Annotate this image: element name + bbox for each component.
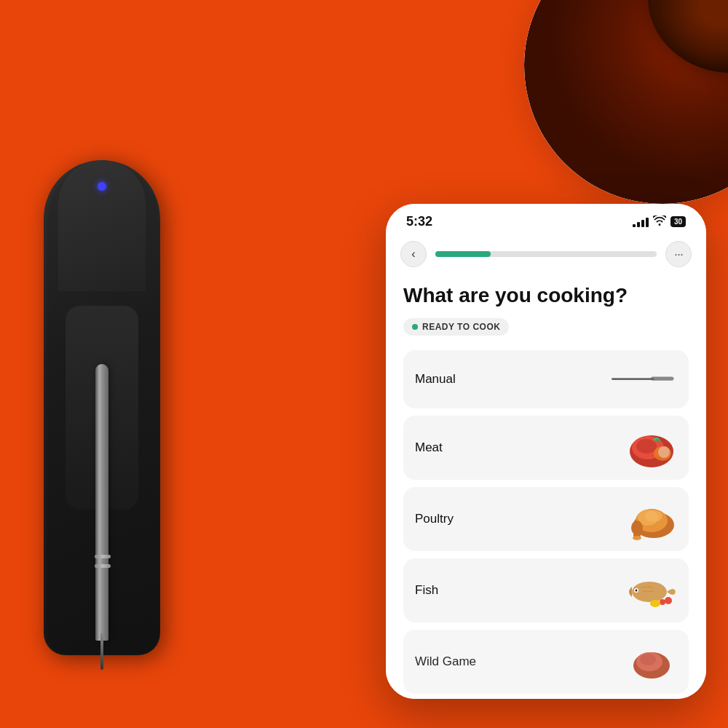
status-text: READY TO COOK — [422, 322, 500, 332]
status-dot — [412, 324, 418, 330]
app-content: What are you cooking? READY TO COOK Manu… — [386, 276, 706, 699]
svg-point-18 — [665, 597, 672, 604]
wildgame-image — [626, 640, 677, 684]
plate — [524, 0, 728, 204]
page-title: What are you cooking? — [403, 283, 689, 308]
steak-image — [648, 0, 728, 73]
signal-bar-3 — [641, 220, 644, 227]
probe-band — [95, 564, 111, 568]
svg-rect-0 — [651, 376, 674, 380]
wifi-icon — [653, 215, 666, 229]
food-item-label: Poultry — [415, 512, 454, 526]
more-button[interactable]: ··· — [665, 241, 692, 267]
status-badge: READY TO COOK — [403, 318, 509, 336]
svg-point-19 — [660, 599, 665, 605]
food-item-label: Meat — [415, 440, 443, 455]
food-category-list: Manual Meat — [403, 350, 689, 694]
svg-point-14 — [645, 510, 662, 522]
probe — [95, 364, 108, 641]
progress-bar — [435, 251, 657, 257]
signal-bar-1 — [633, 224, 636, 227]
phone-frame: 5:32 30 ‹ ··· — [386, 204, 706, 699]
manual-probe-icon — [612, 361, 677, 397]
svg-point-5 — [636, 439, 657, 454]
status-time: 5:32 — [406, 214, 432, 229]
svg-point-13 — [633, 536, 641, 540]
fish-image — [626, 569, 677, 612]
meat-image — [626, 426, 677, 470]
food-item-label: Manual — [415, 372, 456, 387]
device-led — [98, 182, 106, 191]
plate-container — [466, 0, 728, 218]
plate-inner — [524, 0, 728, 204]
svg-rect-1 — [612, 378, 654, 380]
food-item-label: Fish — [415, 583, 438, 598]
list-item[interactable]: Manual — [403, 350, 689, 408]
svg-point-23 — [640, 654, 656, 665]
svg-point-20 — [650, 600, 660, 607]
poultry-image — [626, 497, 677, 541]
probe-band — [95, 555, 111, 558]
probe-holder — [66, 306, 138, 510]
signal-bars-icon — [633, 217, 649, 227]
signal-bar-2 — [637, 222, 640, 227]
svg-point-7 — [658, 446, 670, 458]
list-item[interactable]: Meat — [403, 416, 689, 480]
list-item[interactable]: Wild Game — [403, 630, 689, 694]
thermometer-device — [44, 160, 160, 655]
progress-bar-fill — [435, 251, 491, 257]
list-item[interactable]: Poultry — [403, 487, 689, 551]
signal-bar-4 — [646, 218, 649, 227]
status-icons: 30 — [633, 215, 686, 229]
food-item-label: Wild Game — [415, 654, 476, 669]
battery-indicator: 30 — [670, 216, 686, 227]
back-button[interactable]: ‹ — [400, 241, 427, 267]
status-bar: 5:32 30 — [386, 204, 706, 235]
list-item[interactable]: Fish — [403, 558, 689, 622]
svg-point-17 — [636, 589, 638, 591]
probe-bands — [95, 555, 108, 568]
nav-bar: ‹ ··· — [386, 235, 706, 276]
device-top — [58, 160, 146, 291]
